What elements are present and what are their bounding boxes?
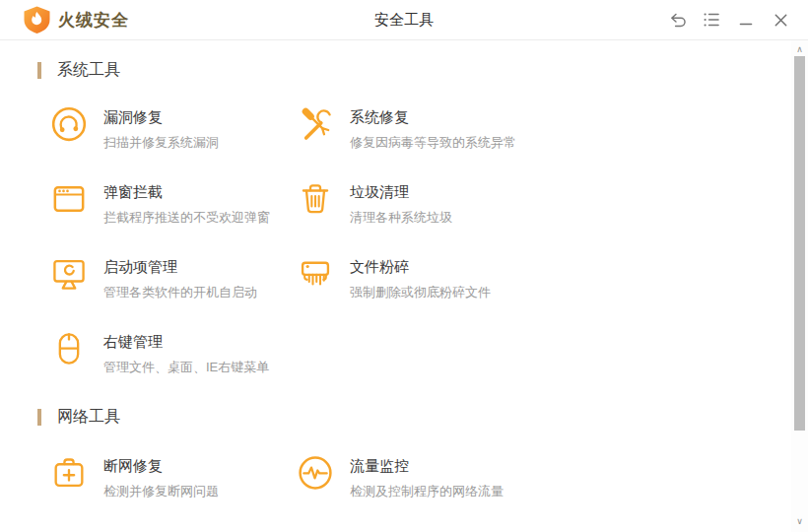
tool-vulnerability-fix[interactable]: 漏洞修复扫描并修复系统漏洞 (49, 104, 296, 179)
shredder-icon (296, 254, 335, 294)
tool-title: 弹窗拦截 (103, 183, 270, 202)
tool-desc: 检测并修复断网问题 (103, 483, 219, 500)
tool-desc: 检测及控制程序的网络流量 (350, 483, 504, 500)
tool-grid-1: 断网修复检测并修复断网问题流量监控检测及控制程序的网络流量修改HOST文件修改负… (37, 453, 782, 532)
security-tools-page: 系统工具漏洞修复扫描并修复系统漏洞系统修复修复因病毒等导致的系统异常弹窗拦截拦截… (0, 61, 808, 532)
menu-icon (702, 10, 721, 30)
section-header-网络工具: 网络工具 (37, 408, 808, 426)
tool-text: 流量监控检测及控制程序的网络流量 (350, 453, 504, 500)
brand: 火绒安全 (0, 6, 129, 34)
tool-title: 文件粉碎 (350, 258, 491, 277)
popup-window-icon (49, 179, 89, 219)
tool-desc: 管理各类软件的开机自启动 (103, 284, 257, 301)
vulnerability-scan-icon (49, 104, 89, 144)
section-accent-bar (37, 409, 41, 426)
trash-icon (296, 179, 335, 219)
close-button[interactable] (769, 8, 792, 32)
scrollbar[interactable]: ∧ ∨ (791, 40, 808, 532)
section-header-系统工具: 系统工具 (37, 61, 808, 79)
repair-tools-icon (296, 104, 335, 144)
tool-grid-0: 漏洞修复扫描并修复系统漏洞系统修复修复因病毒等导致的系统异常弹窗拦截拦截程序推送… (37, 104, 782, 404)
back-button[interactable] (665, 8, 689, 32)
tool-file-shredder[interactable]: 文件粉碎强制删除或彻底粉碎文件 (296, 254, 542, 329)
tool-junk-clean[interactable]: 垃圾清理清理各种系统垃圾 (296, 179, 542, 254)
tool-desc: 管理文件、桌面、IE右键菜单 (103, 359, 269, 376)
host-document-icon (49, 528, 89, 532)
titlebar: 火绒安全 安全工具 (0, 0, 808, 40)
minimize-icon (737, 11, 755, 29)
tool-title: 系统修复 (350, 108, 516, 127)
tool-desc: 清理各种系统垃圾 (350, 209, 452, 227)
tool-system-repair[interactable]: 系统修复修复因病毒等导致的系统异常 (296, 104, 542, 179)
tool-title: 漏洞修复 (103, 108, 219, 127)
scroll-down-arrow[interactable]: ∨ (791, 514, 808, 528)
tool-title: 启动项管理 (103, 258, 257, 277)
tool-network-repair[interactable]: 断网修复检测并修复断网问题 (49, 453, 296, 528)
mouse-icon (49, 329, 89, 368)
tool-startup-manager[interactable]: 启动项管理管理各类软件的开机自启动 (49, 254, 296, 329)
tool-title: 流量监控 (350, 457, 504, 476)
tool-text: 修改HOST文件修改负责域名快速解析的文件 (103, 528, 270, 532)
minimize-button[interactable] (734, 8, 758, 32)
brand-name: 火绒安全 (58, 9, 129, 32)
tool-desc: 修复因病毒等导致的系统异常 (350, 134, 516, 152)
tool-traffic-monitor[interactable]: 流量监控检测及控制程序的网络流量 (296, 453, 542, 528)
menu-button[interactable] (700, 8, 723, 32)
tool-popup-blocker[interactable]: 弹窗拦截拦截程序推送的不受欢迎弹窗 (49, 179, 296, 254)
tool-text: 文件粉碎强制删除或彻底粉碎文件 (350, 254, 491, 301)
close-icon (772, 11, 790, 30)
tool-title: 垃圾清理 (350, 183, 452, 202)
scroll-up-arrow[interactable]: ∧ (791, 42, 808, 56)
tool-text: 弹窗拦截拦截程序推送的不受欢迎弹窗 (103, 179, 270, 227)
tool-text: 右键管理管理文件、桌面、IE右键菜单 (103, 329, 269, 376)
tool-desc: 强制删除或彻底粉碎文件 (350, 284, 491, 301)
tool-desc: 扫描并修复系统漏洞 (103, 134, 219, 152)
section-label: 系统工具 (57, 60, 120, 81)
huorong-logo-icon (24, 6, 50, 34)
scrollbar-thumb[interactable] (794, 56, 805, 431)
tool-text: 断网修复检测并修复断网问题 (103, 453, 219, 500)
tool-text: 漏洞修复扫描并修复系统漏洞 (103, 104, 219, 152)
tool-desc: 拦截程序推送的不受欢迎弹窗 (103, 209, 270, 227)
tool-text: 垃圾清理清理各种系统垃圾 (350, 179, 452, 227)
pulse-circle-icon (296, 453, 335, 493)
monitor-startup-icon (49, 254, 89, 294)
back-icon (667, 10, 688, 31)
tool-text: 系统修复修复因病毒等导致的系统异常 (350, 104, 516, 152)
section-accent-bar (37, 62, 41, 79)
tool-text: 启动项管理管理各类软件的开机自启动 (103, 254, 257, 301)
section-label: 网络工具 (57, 407, 120, 428)
window-controls (665, 8, 808, 32)
tool-edit-host-file[interactable]: 修改HOST文件修改负责域名快速解析的文件 (49, 528, 296, 532)
medkit-icon (49, 453, 89, 493)
tool-title: 右键管理 (103, 333, 269, 352)
tool-context-menu-manager[interactable]: 右键管理管理文件、桌面、IE右键菜单 (49, 329, 296, 404)
tool-title: 断网修复 (103, 457, 219, 476)
